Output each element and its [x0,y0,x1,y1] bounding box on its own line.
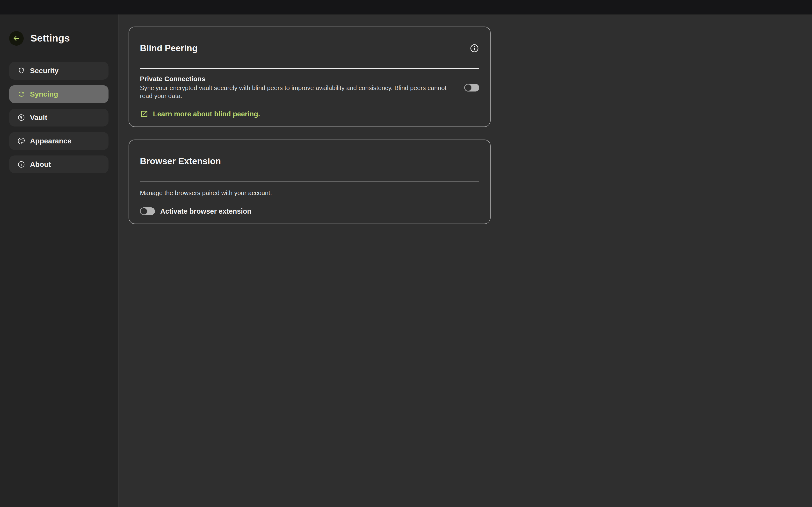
activate-extension-toggle[interactable] [140,207,155,215]
app-content: Settings Security Syncing [0,14,812,507]
sidebar-header: Settings [9,26,108,51]
browser-extension-description: Manage the browsers paired with your acc… [140,189,479,197]
activate-extension-label: Activate browser extension [160,207,251,215]
arrow-left-icon [12,34,20,43]
private-connections-texts: Private Connections Sync your encrypted … [140,75,459,100]
private-connections-toggle[interactable] [464,84,479,92]
sidebar-item-label: Appearance [30,137,71,145]
card-title: Blind Peering [140,43,197,53]
sidebar-item-label: Syncing [30,90,58,98]
settings-main-panel: Blind Peering Private Connections Sync y… [118,14,812,507]
info-icon [17,161,25,168]
blind-peering-info-button[interactable] [469,44,479,53]
sidebar-nav: Security Syncing Vault [9,62,108,173]
info-icon [469,44,479,53]
keyhole-icon [17,114,25,121]
activate-extension-row: Activate browser extension [140,207,479,215]
browser-extension-card-header: Browser Extension [140,149,479,174]
page-title: Settings [31,33,70,44]
blind-peering-card: Blind Peering Private Connections Sync y… [129,26,491,127]
sidebar-item-label: Security [30,67,58,75]
card-divider [140,181,479,182]
card-title: Browser Extension [140,156,221,166]
toggle-knob [464,84,472,91]
toggle-knob [140,208,147,215]
blind-peering-card-header: Blind Peering [140,36,479,61]
learn-more-link-label: Learn more about blind peering. [153,110,260,118]
setting-name: Private Connections [140,75,459,83]
learn-more-link[interactable]: Learn more about blind peering. [140,110,260,118]
sidebar-item-syncing[interactable]: Syncing [9,85,108,103]
sidebar-item-label: Vault [30,113,47,122]
sidebar-item-vault[interactable]: Vault [9,109,108,126]
palette-icon [17,137,25,145]
sidebar-item-security[interactable]: Security [9,62,108,80]
browser-extension-card: Browser Extension Manage the browsers pa… [129,139,491,224]
shield-icon [17,67,25,74]
private-connections-row: Private Connections Sync your encrypted … [140,75,479,100]
settings-sidebar: Settings Security Syncing [0,14,118,507]
external-link-icon [140,110,149,118]
back-button[interactable] [9,31,24,46]
card-divider [140,68,479,69]
sidebar-item-about[interactable]: About [9,156,108,173]
window-top-bar [0,0,812,14]
sync-icon [17,90,25,98]
sidebar-item-label: About [30,160,51,169]
setting-description: Sync your encrypted vault securely with … [140,84,459,100]
sidebar-item-appearance[interactable]: Appearance [9,132,108,150]
